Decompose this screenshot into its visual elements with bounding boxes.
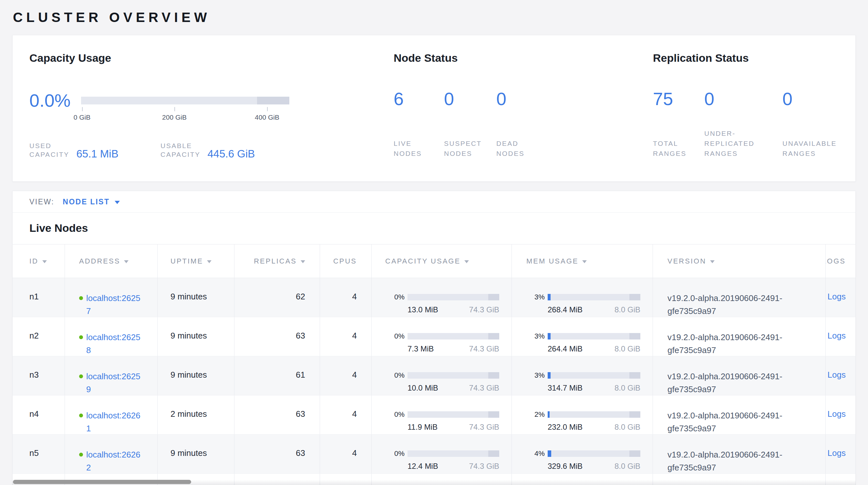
table-header-row: ID ADDRESS UPTIME REPLICAS CPUS CAPACITY… [12, 244, 856, 278]
logs-link[interactable]: Logs [828, 409, 846, 419]
logs-link[interactable]: Logs [828, 448, 846, 458]
node-version-cell: v19.2.0-alpha.20190606-2491-gfe735c9a97 [653, 317, 826, 356]
mem-used-value: 314.7 MiB [548, 383, 583, 393]
node-live-dot-icon [79, 413, 83, 418]
node-uptime-cell: 2 minutes [158, 395, 235, 434]
column-header-capacity-usage[interactable]: CAPACITY USAGE [372, 245, 512, 278]
axis-tick [82, 107, 83, 111]
node-replicas-cell: 63 [235, 395, 320, 434]
table-row: n5 localhost:26262 9 minutes 63 4 0% 12.… [12, 434, 856, 474]
node-cpus-cell: 4 [320, 278, 372, 317]
node-cpus-cell: 4 [320, 317, 372, 356]
node-uptime-cell: 9 minutes [158, 356, 235, 395]
mem-used-value: 329.6 MiB [548, 462, 583, 471]
node-id-cell: n5 [12, 434, 65, 473]
mem-usage-cell: 2% 232.0 MiB 8.0 GiB [512, 395, 653, 434]
node-address-cell: localhost:26257 [65, 278, 158, 317]
usable-capacity-stat: USABLE CAPACITY 445.6 GiB [160, 141, 255, 159]
sort-caret-icon [464, 260, 469, 263]
mem-usage-cell: 3% 314.7 MiB 8.0 GiB [512, 356, 653, 395]
mem-usage-cell: 3% 268.4 MiB 8.0 GiB [512, 278, 653, 317]
node-logs-cell: Logs [826, 434, 856, 473]
capacity-usage-bar [407, 372, 499, 379]
column-header-version[interactable]: VERSION [653, 245, 826, 278]
node-replicas-cell: 61 [235, 356, 320, 395]
mem-total-value: 8.0 GiB [615, 383, 640, 393]
column-header-replicas[interactable]: REPLICAS [235, 245, 320, 278]
node-address-link[interactable]: localhost:26262 [86, 448, 142, 473]
view-selector-dropdown[interactable]: NODE LIST [63, 198, 120, 206]
capacity-usage-cell: 0% 10.0 MiB 74.3 GiB [372, 356, 512, 395]
node-live-dot-icon [79, 335, 83, 339]
capacity-used-value: 11.9 MiB [407, 423, 438, 432]
mem-usage-bar [548, 450, 640, 457]
table-row: n3 localhost:26259 9 minutes 61 4 0% 10.… [12, 356, 856, 395]
mem-usage-cell: 3% 264.4 MiB 8.0 GiB [512, 317, 653, 356]
node-version-cell: v19.2.0-alpha.20190606-2491-gfe735c9a97 [653, 434, 826, 473]
capacity-bar-reserved-segment [257, 97, 289, 105]
node-address-link[interactable]: localhost:26261 [86, 409, 142, 434]
unavailable-ranges-stat: 0 UNAVAILABLE RANGES [782, 89, 837, 159]
dead-nodes-stat: 0 DEAD NODES [496, 89, 524, 159]
logs-link[interactable]: Logs [828, 370, 846, 379]
sort-caret-icon [582, 260, 587, 263]
logs-link[interactable]: Logs [828, 292, 846, 301]
node-list-card: VIEW: NODE LIST Live Nodes ID ADDRESS UP… [12, 191, 856, 485]
sort-caret-icon [207, 260, 212, 263]
node-live-dot-icon [79, 453, 83, 457]
capacity-usage-cell: 0% 11.9 MiB 74.3 GiB [372, 395, 512, 434]
node-version-cell: v19.2.0-alpha.20190606-2491-gfe735c9a97 [653, 278, 826, 317]
total-ranges-stat: 75 TOTAL RANGES [653, 89, 704, 159]
mem-total-value: 8.0 GiB [615, 344, 640, 353]
node-cpus-cell: 4 [320, 356, 372, 395]
node-id-cell: n3 [12, 356, 65, 395]
node-replicas-cell: 63 [235, 434, 320, 473]
mem-usage-bar [548, 294, 640, 301]
mem-total-value: 8.0 GiB [615, 305, 640, 314]
node-address-link[interactable]: localhost:26257 [86, 292, 142, 317]
horizontal-scrollbar-thumb[interactable] [13, 480, 191, 484]
node-version-cell: v19.2.0-alpha.20190606-2491-gfe735c9a97 [653, 356, 826, 395]
column-header-address[interactable]: ADDRESS [65, 245, 158, 278]
node-address-cell: localhost:26261 [65, 395, 158, 434]
node-replicas-cell: 62 [235, 278, 320, 317]
capacity-usage-bar [407, 333, 499, 340]
node-logs-cell: Logs [826, 317, 856, 356]
dropdown-caret-icon [115, 201, 120, 204]
column-header-cpus: CPUS [320, 245, 372, 278]
node-address-link[interactable]: localhost:26258 [86, 331, 142, 356]
capacity-total-value: 74.3 GiB [469, 423, 499, 432]
node-status-section: Node Status 6 LIVE NODES 0 SUSPECT NODES [394, 51, 632, 159]
under-replicated-ranges-stat: 0 UNDER- REPLICATED RANGES [704, 89, 782, 159]
node-address-cell: localhost:26262 [65, 434, 158, 473]
capacity-used-value: 10.0 MiB [407, 383, 438, 393]
node-address-cell: localhost:26259 [65, 356, 158, 395]
column-header-uptime[interactable]: UPTIME [158, 245, 235, 278]
capacity-usage-bar [407, 294, 499, 301]
capacity-usage-cell: 0% 13.0 MiB 74.3 GiB [372, 278, 512, 317]
node-replicas-cell: 63 [235, 317, 320, 356]
node-id-cell: n4 [12, 395, 65, 434]
node-logs-cell: Logs [826, 395, 856, 434]
axis-tick-label: 0 GiB [73, 113, 91, 121]
usable-capacity-value: 445.6 GiB [207, 148, 255, 160]
used-capacity-value: 65.1 MiB [76, 148, 118, 160]
column-header-id[interactable]: ID [12, 245, 65, 278]
mem-usage-bar [548, 333, 640, 340]
node-address-link[interactable]: localhost:26259 [86, 370, 142, 395]
table-row: n1 localhost:26257 9 minutes 62 4 0% 13.… [12, 278, 856, 317]
column-header-mem-usage[interactable]: MEM USAGE [512, 245, 653, 278]
view-label: VIEW: [29, 198, 54, 206]
table-row: n2 localhost:26258 9 minutes 63 4 0% 7.3… [12, 317, 856, 356]
logs-link[interactable]: Logs [828, 331, 846, 340]
suspect-nodes-stat: 0 SUSPECT NODES [444, 89, 496, 159]
capacity-used-value: 7.3 MiB [407, 344, 434, 353]
node-live-dot-icon [79, 296, 83, 300]
mem-total-value: 8.0 GiB [615, 423, 640, 432]
live-nodes-stat: 6 LIVE NODES [394, 89, 444, 159]
capacity-usage-cell: 0% 7.3 MiB 74.3 GiB [372, 317, 512, 356]
capacity-total-value: 74.3 GiB [469, 462, 499, 471]
page-title: CLUSTER OVERVIEW [13, 10, 868, 25]
view-selected-value: NODE LIST [63, 198, 110, 206]
sort-caret-icon [124, 260, 128, 263]
